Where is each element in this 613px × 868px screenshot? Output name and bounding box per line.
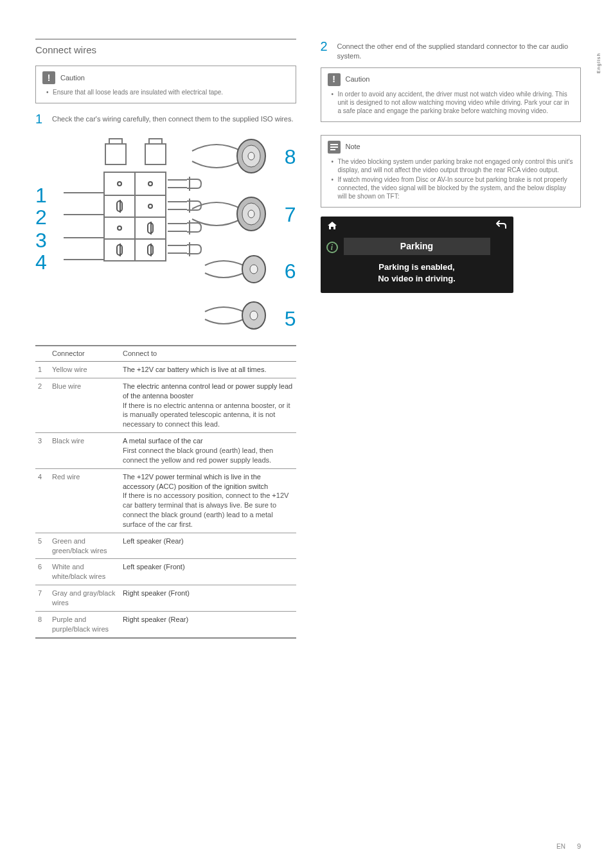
speaker-plug-8: [191, 138, 268, 174]
th-blank: [35, 346, 49, 361]
spade-connector: [186, 175, 202, 192]
page-footer: EN 9: [556, 842, 581, 851]
caution-title: Caution: [346, 75, 370, 84]
caution-box-right: ! Caution In order to avoid any accident…: [321, 67, 582, 122]
lead-line: [64, 214, 103, 215]
back-icon: [495, 220, 507, 234]
diagram-label-4: 4: [35, 249, 47, 276]
table-row: 7 Gray and gray/black wires Right speake…: [35, 585, 296, 612]
step-1: 1 Check the car's wiring carefully, then…: [35, 112, 296, 125]
iso-block-b: [145, 143, 166, 165]
speaker-plug-5: [204, 300, 268, 331]
svg-rect-11: [330, 146, 338, 148]
note-icon: [328, 141, 341, 154]
table-row: 4 Red wire The +12V power terminal which…: [35, 468, 296, 533]
left-column: Connect wires ! Caution Ensure that all …: [35, 39, 296, 639]
iso-pin-grid: [103, 172, 166, 261]
caution-item: In order to avoid any accident, the driv…: [332, 90, 574, 115]
right-column: 2 Connect the other end of the supplied …: [321, 39, 582, 639]
caution-title: Caution: [60, 73, 85, 83]
footer-page-number: 9: [577, 842, 581, 851]
table-row: 8 Purple and purple/black wires Right sp…: [35, 611, 296, 637]
diagram-label-7: 7: [285, 201, 296, 229]
note-title: Note: [346, 142, 360, 152]
caution-box-left: ! Caution Ensure that all loose leads ar…: [35, 66, 296, 103]
caution-item: Ensure that all loose leads are insulate…: [46, 88, 289, 96]
table-row: 5 Green and green/black wires Left speak…: [35, 533, 296, 559]
home-icon: [327, 220, 337, 234]
iso-top-a: [109, 138, 123, 143]
table-row: 2 Blue wire The electric antenna control…: [35, 378, 296, 432]
tft-message-line: No video in driving.: [344, 273, 490, 285]
diagram-label-6: 6: [285, 258, 296, 285]
speaker-plug-6: [204, 254, 268, 285]
caution-icon: !: [42, 71, 55, 84]
language-tab: English: [596, 53, 601, 73]
note-item: If watch moving video from Disc or AV-In…: [332, 175, 574, 200]
diagram-label-8: 8: [285, 143, 296, 171]
iso-block-a: [105, 143, 127, 165]
table-row: 3 Black wire A metal surface of the carF…: [35, 433, 296, 469]
speaker-plug-7: [191, 196, 268, 232]
caution-icon: !: [328, 73, 341, 86]
page-columns: Connect wires ! Caution Ensure that all …: [35, 39, 581, 639]
step-2: 2 Connect the other end of the supplied …: [321, 40, 582, 61]
diagram-label-5: 5: [285, 305, 296, 333]
svg-point-9: [250, 311, 258, 320]
svg-rect-12: [330, 149, 335, 150]
step-2-text: Connect the other end of the supplied st…: [337, 40, 582, 61]
svg-rect-10: [330, 144, 338, 145]
lead-line: [64, 259, 103, 260]
table-row: 6 White and white/black wires Left speak…: [35, 559, 296, 585]
info-icon: i: [326, 242, 338, 253]
tft-screenshot: i Parking Parking is enabled, No video i…: [321, 217, 513, 294]
th-connect-to: Connect to: [120, 346, 296, 361]
lead-line: [64, 237, 103, 238]
svg-point-5: [248, 210, 254, 218]
spade-connector: [186, 241, 202, 258]
note-item: The video blocking system under parking …: [332, 157, 574, 174]
connector-table: Connector Connect to 1 Yellow wire The +…: [35, 345, 296, 638]
section-title-connect-wires: Connect wires: [35, 39, 296, 57]
lead-line: [64, 192, 103, 193]
step-2-number: 2: [321, 40, 330, 61]
table-row: 1 Yellow wire The +12V car battery which…: [35, 362, 296, 378]
iso-top-b: [148, 138, 163, 143]
tft-title: Parking: [344, 238, 490, 255]
diagram-body: [55, 132, 277, 331]
svg-point-2: [248, 152, 254, 160]
footer-lang: EN: [556, 842, 565, 851]
wiring-diagram: 1 2 3 4 5 6 7 8: [35, 132, 296, 331]
th-connector: Connector: [49, 346, 120, 361]
note-box: Note The video blocking system under par…: [321, 135, 582, 208]
step-1-text: Check the car's wiring carefully, then c…: [52, 112, 293, 125]
svg-point-7: [250, 265, 258, 274]
tft-message-line: Parking is enabled,: [344, 261, 490, 273]
step-1-number: 1: [35, 112, 44, 125]
